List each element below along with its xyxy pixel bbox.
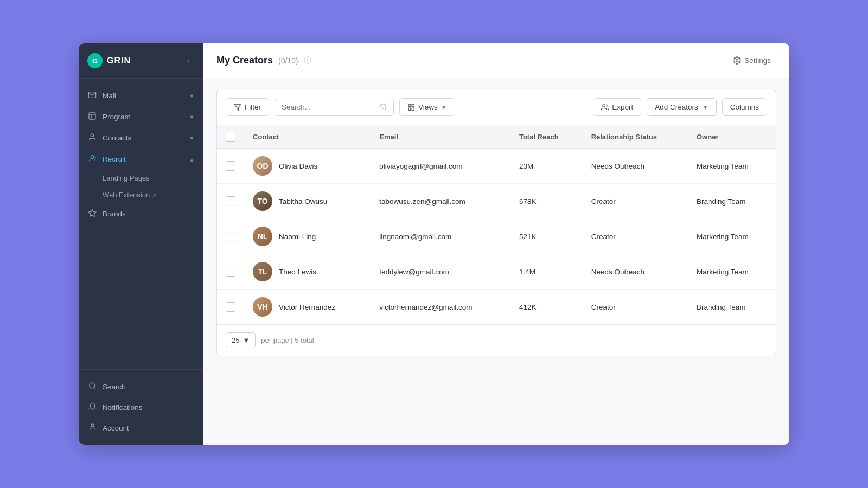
row-checkbox-cell	[217, 290, 244, 325]
row-checkbox-cell	[217, 219, 244, 254]
notifications-icon	[87, 402, 97, 412]
views-button[interactable]: Views ▼	[399, 98, 455, 116]
contact-name: Naomi Ling	[279, 233, 316, 241]
views-arrow-icon: ▼	[441, 104, 447, 111]
owner-cell: Marketing Team	[688, 254, 776, 290]
search-input[interactable]	[282, 103, 375, 111]
sidebar-collapse-button[interactable]: ←	[186, 56, 195, 66]
avatar: OD	[253, 156, 272, 176]
table-area: Filter Views ▼	[203, 78, 789, 445]
logo-text: GRIN	[107, 56, 131, 66]
sidebar-item-brands[interactable]: Brands	[79, 203, 203, 224]
svg-point-6	[89, 383, 94, 388]
landing-pages-label: Landing Pages	[103, 174, 150, 182]
email-cell: teddylew@gmail.com	[371, 254, 510, 290]
page-count: (0/10)	[278, 56, 298, 65]
sidebar-item-contacts[interactable]: Contacts ▼	[79, 127, 203, 149]
toolbar: Filter Views ▼	[217, 89, 776, 125]
program-expand-icon: ▼	[189, 114, 195, 120]
svg-line-7	[94, 387, 95, 389]
select-all-header	[217, 125, 244, 149]
sidebar-item-mail[interactable]: Mail ▼	[79, 85, 203, 106]
table-header: Contact Email Total Reach Relationship S…	[217, 125, 776, 149]
contact-cell: NL Naomi Ling	[244, 219, 371, 254]
owner-cell: Branding Team	[688, 184, 776, 219]
row-checkbox[interactable]	[226, 161, 235, 171]
columns-button[interactable]: Columns	[722, 98, 767, 116]
sidebar-item-account[interactable]: Account	[79, 418, 203, 438]
per-page-select[interactable]: 25 ▼	[226, 332, 256, 348]
brands-icon	[87, 209, 97, 219]
svg-rect-16	[412, 108, 414, 110]
search-nav-label: Search	[103, 383, 126, 391]
search-box[interactable]	[275, 99, 394, 116]
per-page-dropdown-icon: ▼	[242, 336, 250, 344]
pagination-info: per page | 5 total	[261, 336, 314, 344]
row-checkbox[interactable]	[226, 267, 235, 277]
row-checkbox[interactable]	[226, 196, 235, 206]
contacts-expand-icon: ▼	[189, 135, 195, 142]
relationship-status-cell: Needs Outreach	[583, 149, 688, 184]
sidebar-item-recruit[interactable]: Recruit ▲	[79, 149, 203, 170]
sidebar-subitem-landing-pages[interactable]: Landing Pages	[79, 170, 203, 187]
toolbar-right: Export Add Creators ▼ Columns	[593, 98, 767, 116]
data-table: Contact Email Total Reach Relationship S…	[217, 125, 776, 324]
info-icon[interactable]: ⓘ	[304, 56, 311, 66]
sidebar-item-notifications[interactable]: Notifications	[79, 397, 203, 418]
svg-rect-15	[409, 108, 411, 110]
owner-cell: Marketing Team	[688, 149, 776, 184]
pagination-bar: 25 ▼ per page | 5 total	[217, 324, 776, 356]
account-icon	[87, 423, 97, 433]
page-title-area: My Creators (0/10) ⓘ	[216, 55, 311, 66]
contact-cell: TO Tabitha Owusu	[244, 184, 371, 219]
svg-point-4	[91, 156, 93, 158]
sidebar-subitem-web-extension[interactable]: Web Extension	[79, 187, 203, 203]
export-icon	[601, 104, 609, 111]
export-button[interactable]: Export	[593, 98, 641, 116]
settings-label: Settings	[744, 56, 771, 65]
sidebar-item-search[interactable]: Search	[79, 376, 203, 397]
search-icon	[380, 103, 387, 112]
sidebar-item-brands-label: Brands	[103, 210, 126, 218]
contact-header: Contact	[244, 125, 371, 149]
row-checkbox[interactable]	[226, 302, 235, 312]
contact-name: Tabitha Owusu	[279, 197, 327, 206]
sidebar-nav: Mail ▼ Program ▼ Contacts ▼	[79, 79, 203, 369]
email-header: Email	[371, 125, 510, 149]
total-reach-header: Total Reach	[510, 125, 583, 149]
table-row: OD Olivia Davis oliviayogagirl@gmail.com…	[217, 149, 776, 184]
per-page-value: 25	[232, 336, 239, 344]
filter-button[interactable]: Filter	[226, 98, 269, 116]
svg-line-12	[385, 108, 386, 109]
recruit-expand-icon: ▲	[189, 156, 195, 163]
mail-expand-icon: ▼	[189, 93, 195, 99]
views-label: Views	[418, 103, 438, 111]
total-reach-cell: 521K	[510, 219, 583, 254]
settings-button[interactable]: Settings	[727, 53, 776, 68]
search-nav-icon	[87, 382, 97, 391]
row-checkbox[interactable]	[226, 232, 235, 241]
views-icon	[407, 104, 415, 111]
svg-point-17	[603, 104, 605, 107]
svg-point-9	[736, 60, 738, 62]
svg-rect-0	[89, 113, 95, 119]
sidebar: G GRIN ← Mail ▼ Program ▼	[79, 43, 203, 445]
main-header: My Creators (0/10) ⓘ Settings	[203, 43, 789, 78]
table-container: Filter Views ▼	[216, 89, 776, 356]
row-checkbox-cell	[217, 254, 244, 290]
select-all-checkbox[interactable]	[226, 132, 235, 142]
add-creators-button[interactable]: Add Creators ▼	[647, 98, 716, 116]
svg-marker-10	[234, 104, 241, 110]
add-creators-label: Add Creators	[655, 103, 698, 111]
app-window: G GRIN ← Mail ▼ Program ▼	[79, 43, 789, 445]
avatar: VH	[253, 297, 272, 317]
filter-label: Filter	[245, 103, 261, 111]
contacts-icon	[87, 133, 97, 143]
columns-label: Columns	[730, 103, 759, 111]
sidebar-item-program[interactable]: Program ▼	[79, 106, 203, 127]
avatar: TL	[253, 262, 272, 281]
avatar: TO	[253, 191, 272, 211]
table-row: VH Victor Hernandez victorhernandez@gmai…	[217, 290, 776, 325]
table-row: TO Tabitha Owusu tabowusu.zen@gmail.com …	[217, 184, 776, 219]
total-reach-cell: 412K	[510, 290, 583, 325]
